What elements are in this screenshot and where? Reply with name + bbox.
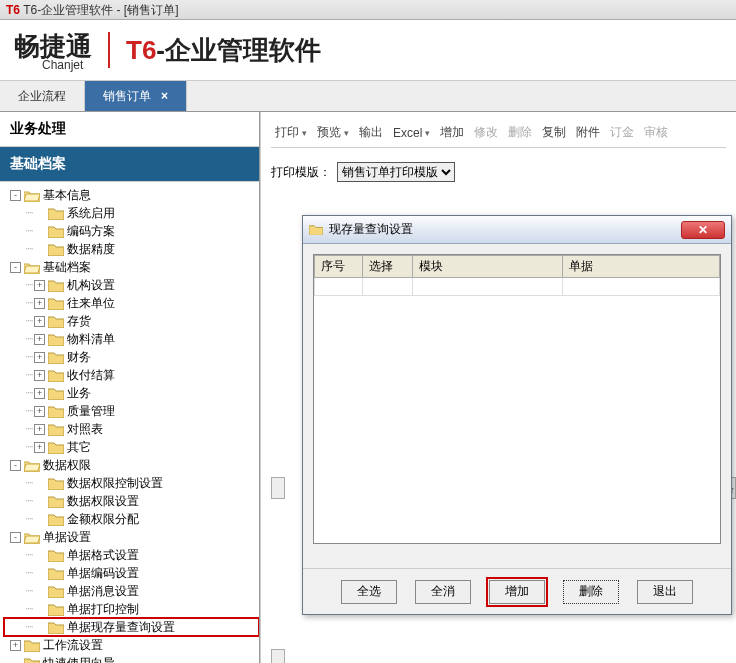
print-template-label: 打印模版：: [271, 164, 331, 181]
tree-node[interactable]: ┈数据精度: [4, 240, 259, 258]
tree-node[interactable]: ┈+对照表: [4, 420, 259, 438]
folder-icon: [48, 315, 64, 328]
add-button[interactable]: 增加: [436, 122, 468, 143]
dialog-icon: [309, 224, 323, 236]
tree-node[interactable]: -单据设置: [4, 528, 259, 546]
folder-icon: [48, 423, 64, 436]
print-button[interactable]: 打印: [271, 122, 311, 143]
tree-node[interactable]: +工作流设置: [4, 636, 259, 654]
expand-icon[interactable]: +: [34, 388, 45, 399]
tree-node[interactable]: ┈+机构设置: [4, 276, 259, 294]
expand-icon[interactable]: +: [34, 334, 45, 345]
tree-node[interactable]: ┈单据打印控制: [4, 600, 259, 618]
expand-icon[interactable]: -: [10, 532, 21, 543]
excel-button[interactable]: Excel: [389, 124, 434, 142]
expand-icon[interactable]: -: [10, 460, 21, 471]
print-template-select[interactable]: 销售订单打印模版: [337, 162, 455, 182]
expand-icon[interactable]: +: [34, 298, 45, 309]
tree-node[interactable]: -数据权限: [4, 456, 259, 474]
stub-mid: [271, 649, 285, 663]
sidebar-header-archive[interactable]: 基础档案: [0, 147, 259, 182]
expand-icon[interactable]: +: [34, 442, 45, 453]
brand-separator: [108, 32, 110, 68]
dialog-exit-button[interactable]: 退出: [637, 580, 693, 604]
folder-icon: [24, 459, 40, 472]
sidebar: 业务处理 基础档案 -基本信息┈系统启用┈编码方案┈数据精度-基础档案┈+机构设…: [0, 112, 260, 663]
stock-query-dialog: 现存量查询设置 ✕ 序号 选择 模块 单据 全选 全消 增加 删除 退出: [302, 215, 732, 615]
col-module[interactable]: 模块: [413, 256, 563, 278]
tree-node[interactable]: -基本信息: [4, 186, 259, 204]
dialog-close-button[interactable]: ✕: [681, 221, 725, 239]
dialog-title: 现存量查询设置: [329, 221, 413, 238]
tree-label: 数据精度: [67, 240, 115, 258]
tree-label: 金额权限分配: [67, 510, 139, 528]
output-button[interactable]: 输出: [355, 122, 387, 143]
expand-icon[interactable]: +: [34, 370, 45, 381]
audit-button[interactable]: 审核: [640, 122, 672, 143]
tree-node[interactable]: ┈+往来单位: [4, 294, 259, 312]
print-template-row: 打印模版： 销售订单打印模版: [271, 162, 726, 182]
copy-button[interactable]: 复制: [538, 122, 570, 143]
folder-icon: [48, 333, 64, 346]
folder-icon: [24, 261, 40, 274]
edit-button[interactable]: 修改: [470, 122, 502, 143]
dialog-titlebar[interactable]: 现存量查询设置 ✕: [303, 216, 731, 244]
tree-node[interactable]: ┈编码方案: [4, 222, 259, 240]
tree-node[interactable]: ┈+业务: [4, 384, 259, 402]
select-none-button[interactable]: 全消: [415, 580, 471, 604]
expand-icon[interactable]: +: [34, 280, 45, 291]
tree-node[interactable]: ┈+财务: [4, 348, 259, 366]
tree-label: 对照表: [67, 420, 103, 438]
app-title: T6-企业管理软件: [126, 33, 321, 68]
expand-icon[interactable]: +: [34, 352, 45, 363]
attach-button[interactable]: 附件: [572, 122, 604, 143]
tree-node[interactable]: ┈+收付结算: [4, 366, 259, 384]
expand-icon[interactable]: +: [34, 316, 45, 327]
dialog-footer: 全选 全消 增加 删除 退出: [303, 568, 731, 614]
tree-node[interactable]: ┈单据编码设置: [4, 564, 259, 582]
col-select[interactable]: 选择: [363, 256, 413, 278]
expand-icon[interactable]: +: [34, 424, 45, 435]
expand-icon[interactable]: +: [34, 406, 45, 417]
folder-icon: [24, 189, 40, 202]
tab-biz-process[interactable]: 企业流程: [0, 81, 85, 111]
tree-node[interactable]: ┈单据现存量查询设置: [4, 618, 259, 636]
tree-node[interactable]: ┈金额权限分配: [4, 510, 259, 528]
col-bill[interactable]: 单据: [563, 256, 720, 278]
sidebar-tree: -基本信息┈系统启用┈编码方案┈数据精度-基础档案┈+机构设置┈+往来单位┈+存…: [0, 182, 259, 663]
dialog-delete-button[interactable]: 删除: [563, 580, 619, 604]
sidebar-header-biz[interactable]: 业务处理: [0, 112, 259, 147]
tree-node[interactable]: ┈单据格式设置: [4, 546, 259, 564]
deposit-button[interactable]: 订金: [606, 122, 638, 143]
dialog-grid[interactable]: 序号 选择 模块 单据: [313, 254, 721, 544]
tree-node[interactable]: ┈单据消息设置: [4, 582, 259, 600]
tab-close-icon[interactable]: ×: [161, 89, 168, 103]
expand-icon[interactable]: -: [10, 190, 21, 201]
tree-label: 数据权限: [43, 456, 91, 474]
folder-icon: [48, 477, 64, 490]
tree-node[interactable]: ┈+其它: [4, 438, 259, 456]
col-seq[interactable]: 序号: [315, 256, 363, 278]
expand-icon[interactable]: +: [10, 640, 21, 651]
tree-node[interactable]: ┈数据权限控制设置: [4, 474, 259, 492]
preview-button[interactable]: 预览: [313, 122, 353, 143]
expand-icon[interactable]: -: [10, 262, 21, 273]
tree-node[interactable]: ┈数据权限设置: [4, 492, 259, 510]
tree-label: 单据设置: [43, 528, 91, 546]
folder-icon: [48, 585, 64, 598]
tree-label: 单据消息设置: [67, 582, 139, 600]
tree-node[interactable]: ┈+物料清单: [4, 330, 259, 348]
tree-label: 基本信息: [43, 186, 91, 204]
tab-sales-order[interactable]: 销售订单×: [85, 81, 187, 111]
tree-node[interactable]: 快速使用向导: [4, 654, 259, 663]
tree-node[interactable]: ┈系统启用: [4, 204, 259, 222]
tree-node[interactable]: ┈+质量管理: [4, 402, 259, 420]
select-all-button[interactable]: 全选: [341, 580, 397, 604]
folder-icon: [48, 495, 64, 508]
tree-label: 数据权限控制设置: [67, 474, 163, 492]
dialog-add-button[interactable]: 增加: [489, 580, 545, 604]
tree-node[interactable]: -基础档案: [4, 258, 259, 276]
tree-node[interactable]: ┈+存货: [4, 312, 259, 330]
delete-button[interactable]: 删除: [504, 122, 536, 143]
tree-label: 单据格式设置: [67, 546, 139, 564]
